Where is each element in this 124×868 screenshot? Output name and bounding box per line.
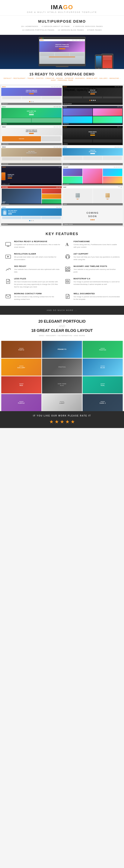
demo-item-travel[interactable]: IMAGO EXPLORE THEWORLD TRAVEL xyxy=(1,106,62,125)
feature-less-text: LESS FILES We have included less bundles… xyxy=(14,278,60,288)
portfolio-item-9[interactable]: Teal xyxy=(83,376,123,394)
portfolio-item-4[interactable]: Gallery xyxy=(1,359,41,376)
demo-item-interior[interactable]: IMAGO WE CREATEMODERN INTERIOR INTERIOR xyxy=(1,146,62,165)
demo-grid: IMAGO CREATIVE TEMPLATEFOR YOUR BUSINESS xyxy=(0,84,124,227)
feature-bootstrap-desc: Our Imago is packed and distributed Boot… xyxy=(74,281,120,286)
demo-item-shop[interactable]: SHOP 🛒 $29 $49 SHOP xyxy=(63,186,123,205)
feature-seo-desc: Your website has a framework and also op… xyxy=(14,268,60,273)
svg-text:A: A xyxy=(65,242,69,247)
feature-documented-desc: Our Imago is packed and documented and i… xyxy=(74,296,120,301)
feature-revolution-text: REVOLUTION SLIDER We provide best slider… xyxy=(14,253,60,261)
demo-item-restaurant[interactable]: IMAGO ') repeat; opacity:0.3;"> FOOD ISM… xyxy=(63,86,123,105)
feature-less-desc: We have included less bundles and if you… xyxy=(14,281,60,288)
seo-icon xyxy=(4,265,12,273)
svg-point-10 xyxy=(10,269,11,270)
tag-photos: PHOTOS xyxy=(36,78,45,79)
multipurpose-section: MULTIPURPOSE DEMO 20+ HOMEPAGES 4 VERSIO… xyxy=(0,16,124,35)
feature-revolution-title: REVOLUTION SLIDER xyxy=(14,253,60,255)
tag-magazine: MAGAZINE xyxy=(110,78,120,79)
portfolio-item-3[interactable]: Photos xyxy=(83,341,123,358)
header: IMAGO ONE & MULTI HTML5 MULTIPURPOSE TEM… xyxy=(0,0,124,16)
demo-item-default[interactable]: IMAGO CREATIVE TEMPLATEFOR YOUR BUSINESS xyxy=(1,86,62,105)
feature-support: 24/7 SUPPORT Our team will help you if y… xyxy=(64,253,120,261)
demo-item-medical[interactable]: IMAGO WE CARE ABOUTYOUR HEALTH xyxy=(1,206,62,225)
feature-less-title: LESS FILES xyxy=(14,278,60,280)
feature-fontawesome: A FONTAWESOME Comes along with ALL FontA… xyxy=(64,240,120,249)
demo-label-magazine: MAGAZINE xyxy=(1,203,62,205)
tag-gallery: GALLERY xyxy=(99,78,109,79)
feature-masonry-title: MASONRY AND TIMELINE POSTS xyxy=(74,265,120,267)
feature-documented-title: WELL DOCUMENTED xyxy=(74,292,120,295)
support-icon xyxy=(64,253,71,260)
demo-item-coming-soon[interactable]: COMINGSOON COMING SOON xyxy=(63,206,123,225)
tag-personal: PERSONAL PAGE xyxy=(58,80,73,81)
portfolio-item-label-4: Gallery xyxy=(17,367,26,368)
demo-label-travel: TRAVEL xyxy=(1,123,62,125)
more-section: AND SO MUCH MORE ... xyxy=(0,306,124,315)
tag-mining: MINING xyxy=(56,78,64,79)
feature-fontawesome-desc: Comes along with ALL FontAwesome Icons t… xyxy=(74,243,120,249)
demo-item-photos[interactable]: IMAGO PHOTOS xyxy=(63,106,123,125)
demo-label-interior: INTERIOR xyxy=(1,163,62,165)
portfolio-item-label-1: Porto xyxy=(18,349,25,351)
feature-contact-text: WORKING CONTACT FORM We have included a … xyxy=(14,292,60,301)
svg-marker-6 xyxy=(7,256,9,257)
less-icon xyxy=(4,278,12,285)
tag-default: DEFAULT xyxy=(4,78,13,79)
stars-container: ★ ★ ★ ★ ★ xyxy=(2,419,122,425)
bootstrap-icon xyxy=(64,278,71,285)
feature-retina: REATINA READY & RESPONSIVE Compatible wi… xyxy=(4,240,60,249)
portfolio-item-11[interactable]: Light xyxy=(42,394,82,411)
tag-mobile: MOBILE APP xyxy=(87,78,99,79)
demo-item-business[interactable]: IMAGO CREATIVESOLUTION BIZ BUSINESS xyxy=(63,146,123,165)
feature-fontawesome-text: FONTAWESOME Comes along with ALL FontAwe… xyxy=(74,240,120,249)
stat-portfolio: 14 VERSION PORTFOLIO PAGES xyxy=(22,29,55,31)
portfolio-item-8[interactable]: DARK THEMEBLOG xyxy=(42,376,82,394)
star-3: ★ xyxy=(60,419,64,425)
tag-interior: INTERIOR xyxy=(65,78,75,79)
feature-support-desc: Our team will help you if you have any q… xyxy=(74,256,120,261)
feature-seo: SEO READY Your website has a framework a… xyxy=(4,265,60,273)
feature-retina-text: REATINA READY & RESPONSIVE Compatible wi… xyxy=(14,240,60,249)
rate-section: IF YOU LIKE OUR WORK PLEASE RATE IT ★ ★ … xyxy=(0,411,124,428)
demo-label-default: DEFAULT xyxy=(1,103,62,105)
features-title: KEY FEATURES xyxy=(4,232,120,236)
logo: IMAGO xyxy=(2,4,122,11)
feature-bootstrap: BOOTSTRAP 3.X Our Imago is packed and di… xyxy=(64,278,120,288)
masonry-icon xyxy=(64,265,71,273)
demo-item-mining[interactable]: IMAGO KINDER MININGSYSTEM MINING xyxy=(63,126,123,145)
feature-support-text: 24/7 SUPPORT Our team will help you if y… xyxy=(74,253,120,261)
portfolio-item-5[interactable]: PHOTOS xyxy=(42,359,82,376)
stat-services: 4 VERSION SERVICES PAGES xyxy=(73,25,103,27)
demo-item-creative[interactable]: IMAGO CREATIVE TEMPLATEFOR YOUR BUSINESS… xyxy=(1,126,62,145)
revolution-icon xyxy=(4,253,12,260)
demo-label-restaurant: RESTAURANT xyxy=(63,103,123,105)
stat-blog: 13 VERSION BLOG PAGES xyxy=(58,29,84,31)
portfolio-item-1[interactable]: Porto xyxy=(1,341,41,358)
demo-item-gallery[interactable]: GALLERY GALLERY xyxy=(63,166,123,185)
feature-seo-title: SEO READY xyxy=(14,265,60,267)
demo-label-shop: SHOP xyxy=(63,203,123,205)
demo-item-mobile[interactable]: IMAGO DOWNLOADOUR APP MOBILE APP xyxy=(1,166,62,185)
onepage-section: 15 READY TO USE ONEPAGE DEMO DEFAULT RES… xyxy=(0,69,124,84)
stat-other: OTHER PAGES xyxy=(87,29,102,31)
feature-support-title: 24/7 SUPPORT xyxy=(74,253,120,255)
hero-mockup: IMAGO CREATIVE TEMPLATEFOR YOUR BUSINESS xyxy=(0,35,124,69)
portfolio-tags: GRID • MASONRY • ALTERNATIVE • AND MORE xyxy=(2,335,122,337)
portfolio-item-7[interactable]: Red xyxy=(1,376,41,394)
portfolio-item-2[interactable]: FRANKY'S xyxy=(42,341,82,358)
portfolio-item-6[interactable]: Blue xyxy=(83,359,123,376)
features-section: KEY FEATURES REATINA READY & RESPONSIVE … xyxy=(0,227,124,306)
demo-label-mining: MINING xyxy=(63,143,123,145)
feature-masonry: MASONRY AND TIMELINE POSTS Your website … xyxy=(64,265,120,273)
portfolio-item-10[interactable]: Purple xyxy=(1,394,41,411)
demo-label-business: BUSINESS xyxy=(63,163,123,165)
svg-rect-8 xyxy=(66,257,67,258)
portfolio-item-12[interactable]: Dark 2 xyxy=(83,394,123,411)
demo-item-magazine[interactable]: MAGAZINE LATESTNEWS MAGAZINE xyxy=(1,186,62,205)
svg-rect-12 xyxy=(68,267,70,268)
tag-restaurant: RESTAURANT xyxy=(13,78,27,79)
portfolio-item-label-12: Dark 2 xyxy=(99,402,107,404)
star-2: ★ xyxy=(55,419,59,425)
contact-icon xyxy=(4,292,12,300)
